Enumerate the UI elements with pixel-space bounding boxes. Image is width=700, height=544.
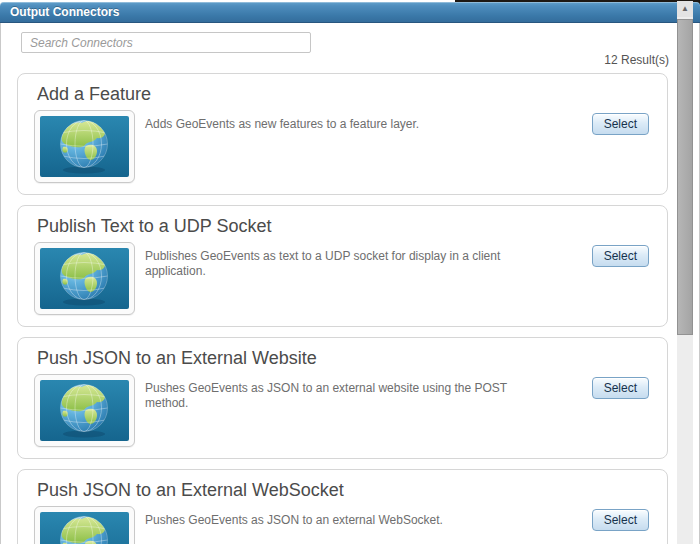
globe-thumbnail bbox=[34, 506, 135, 544]
scrollbar-thumb[interactable] bbox=[677, 19, 693, 335]
connector-card: Publish Text to a UDP Socket bbox=[17, 205, 668, 327]
dialog-body: 12 Result(s) Add a Feature bbox=[0, 23, 700, 544]
connector-card: Push JSON to an External Website bbox=[17, 337, 668, 459]
globe-icon bbox=[40, 380, 129, 441]
connector-card: Push JSON to an External WebSocket bbox=[17, 469, 668, 544]
connector-title: Push JSON to an External Website bbox=[37, 348, 317, 369]
results-count: 12 Result(s) bbox=[604, 53, 669, 67]
dialog-title: Output Connectors bbox=[10, 5, 119, 19]
globe-icon bbox=[40, 248, 129, 309]
globe-thumbnail bbox=[34, 374, 135, 447]
connector-title: Publish Text to a UDP Socket bbox=[37, 216, 271, 237]
globe-icon bbox=[40, 512, 129, 544]
globe-icon bbox=[40, 116, 129, 177]
connector-description: Pushes GeoEvents as JSON to an external … bbox=[145, 381, 552, 411]
connector-description: Publishes GeoEvents as text to a UDP soc… bbox=[145, 249, 552, 279]
scroll-up-icon[interactable]: ▲ bbox=[677, 1, 693, 17]
connector-card: Add a Feature bbox=[17, 73, 668, 195]
connector-description: Adds GeoEvents as new features to a feat… bbox=[145, 117, 552, 132]
connector-list: Add a Feature bbox=[17, 73, 668, 544]
search-input[interactable] bbox=[21, 32, 311, 53]
connector-description: Pushes GeoEvents as JSON to an external … bbox=[145, 513, 552, 528]
select-button[interactable]: Select bbox=[592, 245, 649, 267]
globe-thumbnail bbox=[34, 242, 135, 315]
select-button[interactable]: Select bbox=[592, 113, 649, 135]
scrollbar[interactable]: ▲ bbox=[677, 1, 693, 544]
select-button[interactable]: Select bbox=[592, 509, 649, 531]
connector-title: Push JSON to an External WebSocket bbox=[37, 480, 344, 501]
globe-thumbnail bbox=[34, 110, 135, 183]
dialog-titlebar[interactable]: Output Connectors ✕ bbox=[0, 2, 700, 23]
connector-title: Add a Feature bbox=[37, 84, 151, 105]
select-button[interactable]: Select bbox=[592, 377, 649, 399]
